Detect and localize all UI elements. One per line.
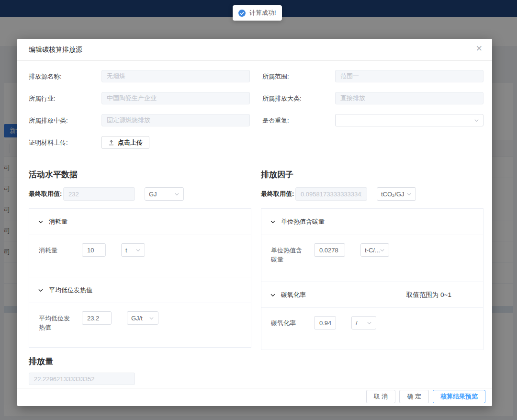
chevron-down-icon <box>135 248 141 253</box>
oxidation-rate-unit: / <box>356 319 358 327</box>
dialog-footer: 取 消 确 定 核算结果预览 <box>17 388 492 406</box>
form-row-scope: 所属范围: <box>262 70 483 82</box>
edit-emission-source-dialog: 编辑碳核算排放源 ✕ 排放源名称: 所属范围: 所属行业: 所属排放大类: <box>17 39 492 406</box>
emission-factor-section: 排放因子 最终取用值: tCO₂/GJ 单位热值含碳量 <box>261 169 483 350</box>
check-circle-icon <box>238 10 246 17</box>
heating-value-unit-select[interactable]: GJ/t <box>127 311 158 325</box>
scope-label: 所属范围: <box>262 70 335 81</box>
oxidation-rate-input[interactable] <box>314 316 336 329</box>
activity-final-unit-value: GJ <box>149 191 157 198</box>
chevron-down-icon <box>474 118 479 123</box>
dialog-header: 编辑碳核算排放源 ✕ <box>17 39 492 61</box>
carbon-content-panel-header[interactable]: 单位热值含碳量 <box>261 209 483 235</box>
consumption-panel-title: 消耗量 <box>49 217 67 226</box>
consumption-value-input[interactable] <box>82 243 106 257</box>
emission-amount-input <box>29 373 135 385</box>
dialog-body: 排放源名称: 所属范围: 所属行业: 所属排放大类: 所属排放中类: 是否重复: <box>17 61 492 385</box>
form-row-industry: 所属行业: <box>29 92 250 104</box>
result-preview-button[interactable]: 核算结果预览 <box>433 390 485 403</box>
chevron-down-icon <box>174 192 180 197</box>
oxidation-rate-unit-select[interactable]: / <box>351 316 376 329</box>
carbon-content-panel-title: 单位热值含碳量 <box>281 217 325 226</box>
cancel-button[interactable]: 取 消 <box>366 390 396 403</box>
carbon-content-panel-body: 单位热值含碳量 t-C/... <box>261 235 483 282</box>
scope-input <box>335 70 483 82</box>
source-name-label: 排放源名称: <box>29 70 101 81</box>
mid-category-input <box>101 114 250 126</box>
close-icon[interactable]: ✕ <box>476 45 483 53</box>
activity-final-label: 最终取用值: <box>29 190 63 198</box>
upload-button-label: 点击上传 <box>118 138 143 147</box>
form-grid: 排放源名称: 所属范围: 所属行业: 所属排放大类: 所属排放中类: 是否重复: <box>29 70 483 159</box>
chevron-down-icon <box>367 320 372 326</box>
form-row-source-name: 排放源名称: <box>29 70 250 82</box>
consumption-panel-header[interactable]: 消耗量 <box>29 209 251 235</box>
factor-collapse: 单位热值含碳量 单位热值含碳量 t-C/... <box>261 208 483 350</box>
upload-icon <box>108 139 114 146</box>
industry-input <box>101 92 250 104</box>
oxidation-rate-range-note: 取值范围为 0~1 <box>406 291 451 299</box>
activity-collapse: 消耗量 消耗量 t 平均低 <box>29 208 251 348</box>
dialog-title: 编辑碳核算排放源 <box>29 45 82 54</box>
major-category-input <box>335 92 483 104</box>
factor-final-label: 最终取用值: <box>261 190 295 198</box>
toast-message: 计算成功! <box>249 9 276 17</box>
factor-final-unit-select[interactable]: tCO₂/GJ <box>377 187 416 201</box>
form-row-major-category: 所属排放大类: <box>262 92 483 104</box>
chevron-down-icon <box>149 316 154 321</box>
data-sections: 活动水平数据 最终取用值: GJ 消耗量 <box>29 169 483 350</box>
heating-value-panel-title: 平均低位发热值 <box>49 286 92 295</box>
activity-final-row: 最终取用值: GJ <box>29 187 251 201</box>
chevron-down-icon <box>380 248 385 253</box>
form-row-mid-category: 所属排放中类: <box>29 114 250 126</box>
chevron-down-icon <box>406 192 412 197</box>
duplicate-select[interactable] <box>335 114 483 126</box>
industry-label: 所属行业: <box>29 92 101 103</box>
oxidation-rate-panel-body: 碳氧化率 / <box>261 307 483 350</box>
oxidation-rate-panel-header[interactable]: 碳氧化率 取值范围为 0~1 <box>261 282 483 307</box>
heating-value-unit: GJ/t <box>131 315 143 322</box>
form-row-duplicate: 是否重复: <box>262 114 483 126</box>
form-row-upload: 证明材料上传: 点击上传 <box>29 136 250 149</box>
heating-value-row-label: 平均低位发热值 <box>39 311 73 332</box>
activity-section-title: 活动水平数据 <box>29 169 251 180</box>
activity-final-value-input <box>63 187 135 201</box>
emission-amount-section: 排放量 <box>29 356 483 385</box>
success-toast: 计算成功! <box>233 5 282 21</box>
factor-final-row: 最终取用值: tCO₂/GJ <box>261 187 483 201</box>
collapse-arrow-icon <box>38 287 44 293</box>
carbon-content-row-label: 单位热值含碳量 <box>271 243 305 264</box>
major-category-label: 所属排放大类: <box>262 92 335 103</box>
factor-final-value-input <box>295 187 367 201</box>
oxidation-rate-row-label: 碳氧化率 <box>271 316 305 328</box>
emission-amount-title: 排放量 <box>29 356 483 367</box>
consumption-unit-select[interactable]: t <box>121 243 145 257</box>
carbon-content-unit-select[interactable]: t-C/... <box>360 243 389 257</box>
activity-data-section: 活动水平数据 最终取用值: GJ 消耗量 <box>29 169 251 348</box>
consumption-unit-value: t <box>125 247 127 254</box>
collapse-arrow-icon <box>270 219 276 225</box>
collapse-arrow-icon <box>38 219 44 225</box>
oxidation-rate-panel-title: 碳氧化率 <box>281 291 306 299</box>
upload-button[interactable]: 点击上传 <box>101 136 149 149</box>
factor-section-title: 排放因子 <box>261 169 483 180</box>
activity-final-unit-select[interactable]: GJ <box>145 187 184 201</box>
carbon-content-unit: t-C/... <box>365 247 380 254</box>
consumption-panel-body: 消耗量 t <box>29 235 251 277</box>
confirm-button[interactable]: 确 定 <box>399 390 429 403</box>
collapse-arrow-icon <box>270 292 276 298</box>
duplicate-label: 是否重复: <box>262 114 335 125</box>
factor-final-unit-value: tCO₂/GJ <box>381 191 404 198</box>
heating-value-panel-header[interactable]: 平均低位发热值 <box>29 277 251 303</box>
source-name-input <box>101 70 250 82</box>
upload-label: 证明材料上传: <box>29 136 101 147</box>
carbon-content-input[interactable] <box>314 243 345 257</box>
heating-value-panel-body: 平均低位发热值 GJ/t <box>29 303 251 347</box>
consumption-row-label: 消耗量 <box>39 243 73 255</box>
mid-category-label: 所属排放中类: <box>29 114 101 125</box>
heating-value-input[interactable] <box>82 311 112 325</box>
